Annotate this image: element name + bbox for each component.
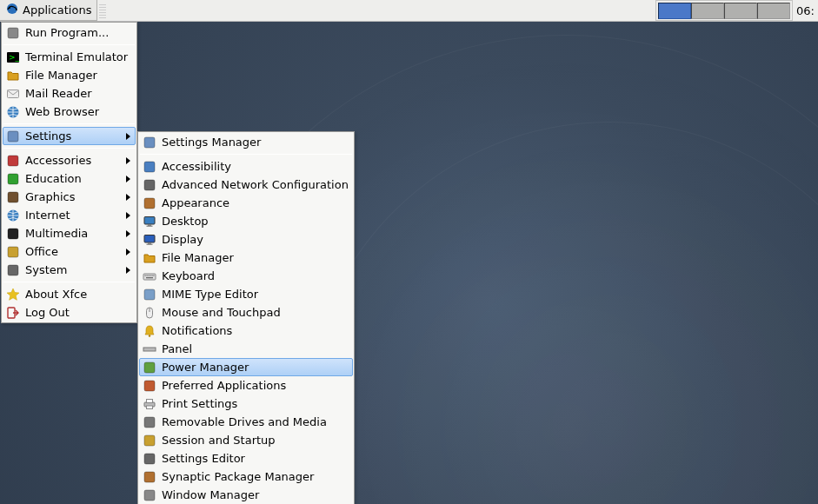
settings-menu-item-label: Print Settings	[162, 397, 349, 410]
apps-menu-item-system[interactable]: System	[3, 261, 136, 279]
apps-menu-item-office[interactable]: Office	[3, 242, 136, 261]
svg-rect-31	[152, 275, 153, 275]
apps-menu-item-mail[interactable]: Mail Reader	[3, 84, 136, 103]
accessories-icon	[6, 154, 20, 168]
settings-menu-item-label: Settings Manager	[162, 136, 349, 149]
svg-rect-26	[143, 274, 156, 280]
submenu-arrow-icon	[126, 212, 130, 219]
applications-menu: Run Program...>_Terminal EmulatorFile Ma…	[1, 22, 137, 323]
settings-menu-item-panel[interactable]: Panel	[139, 340, 353, 358]
settings-menu-item-label: MIME Type Editor	[162, 288, 349, 301]
apps-menu-item-logout[interactable]: Log Out	[3, 303, 136, 322]
applications-menu-label: Applications	[23, 3, 91, 17]
settings-menu-item-mime[interactable]: MIME Type Editor	[139, 285, 353, 303]
display-icon	[143, 233, 156, 247]
apps-menu-item-accessories[interactable]: Accessories	[3, 151, 136, 169]
clock[interactable]: 06:	[793, 0, 818, 21]
session-icon	[143, 434, 156, 448]
settings-menu-item-net[interactable]: Advanced Network Configuration	[139, 176, 353, 194]
removable-icon	[143, 415, 156, 429]
workspace-4[interactable]	[757, 3, 790, 19]
settings-category-icon	[6, 129, 20, 143]
settings-menu-item-synap[interactable]: Synaptic Package Manager	[139, 468, 353, 486]
settings-menu-item-label: Panel	[162, 342, 349, 355]
workspace-3[interactable]	[724, 3, 757, 19]
mouse-icon	[143, 306, 156, 320]
svg-rect-32	[153, 275, 154, 275]
window-manager-icon	[143, 488, 156, 502]
apps-menu-item-settings[interactable]: Settings	[3, 127, 136, 145]
svg-rect-9	[8, 174, 18, 184]
settings-menu-item-remov[interactable]: Removable Drives and Media	[139, 413, 353, 431]
settings-menu-item-appr[interactable]: Appearance	[139, 194, 353, 212]
svg-rect-21	[148, 224, 151, 225]
settings-menu-item-notif[interactable]: Notifications	[139, 322, 353, 340]
submenu-arrow-icon	[126, 133, 130, 140]
submenu-arrow-icon	[126, 176, 130, 182]
settings-menu-item-a11y[interactable]: Accessibility	[139, 157, 353, 176]
apps-menu-item-multimedia[interactable]: Multimedia	[3, 224, 136, 242]
workspace-switcher[interactable]	[655, 0, 793, 21]
apps-menu-item-run[interactable]: Run Program...	[3, 23, 136, 42]
apps-menu-item-terminal[interactable]: >_Terminal Emulator	[3, 48, 136, 66]
apps-menu-item-about[interactable]: About Xfce	[3, 285, 136, 303]
apps-menu-item-graphics[interactable]: Graphics	[3, 188, 136, 206]
svg-point-1	[9, 7, 10, 9]
apps-menu-item-label: Run Program...	[25, 26, 132, 39]
apps-menu-item-education[interactable]: Education	[3, 169, 136, 188]
svg-rect-27	[145, 275, 146, 275]
apps-menu-item-files[interactable]: File Manager	[3, 66, 136, 84]
multimedia-icon	[6, 227, 20, 241]
settings-menu-item-desk[interactable]: Desktop	[139, 212, 353, 230]
settings-menu-item-sm[interactable]: Settings Manager	[139, 133, 353, 151]
panel-handle[interactable]	[99, 3, 106, 18]
apps-menu-item-label: Terminal Emulator	[25, 50, 132, 63]
settings-submenu: Settings ManagerAccessibilityAdvanced Ne…	[137, 131, 355, 504]
svg-rect-25	[147, 243, 153, 244]
settings-manager-icon	[143, 136, 156, 149]
applications-menu-button[interactable]: Applications	[0, 0, 97, 21]
svg-rect-47	[144, 472, 155, 482]
settings-menu-item-fm2[interactable]: File Manager	[139, 249, 353, 267]
settings-editor-icon	[143, 452, 156, 466]
apps-menu-item-label: File Manager	[25, 69, 132, 82]
preferred-apps-icon	[143, 379, 156, 393]
settings-menu-item-sess[interactable]: Session and Startup	[139, 431, 353, 449]
settings-menu-item-disp[interactable]: Display	[139, 230, 353, 249]
apps-menu-item-label: Settings	[25, 129, 121, 143]
settings-menu-item-label: Power Manager	[162, 361, 349, 374]
svg-rect-14	[8, 265, 18, 275]
workspace-1[interactable]	[658, 3, 691, 19]
settings-menu-item-label: Accessibility	[162, 160, 349, 173]
settings-menu-item-label: Keyboard	[162, 269, 349, 282]
svg-rect-48	[144, 490, 155, 501]
svg-rect-30	[150, 275, 151, 275]
apps-menu-item-label: Multimedia	[25, 227, 121, 240]
apps-menu-item-label: Accessories	[25, 154, 121, 167]
apps-menu-item-label: Mail Reader	[25, 87, 132, 100]
settings-menu-item-power[interactable]: Power Manager	[139, 358, 353, 376]
settings-menu-item-print[interactable]: Print Settings	[139, 395, 353, 413]
top-panel: Applications 06:	[0, 0, 818, 22]
synaptic-icon	[143, 470, 156, 484]
submenu-arrow-icon	[126, 230, 130, 237]
mail-icon	[6, 87, 20, 101]
svg-rect-42	[147, 399, 153, 402]
svg-text:>_: >_	[9, 53, 20, 62]
settings-menu-item-mouse[interactable]: Mouse and Touchpad	[139, 303, 353, 322]
apps-menu-item-web[interactable]: Web Browser	[3, 103, 136, 121]
workspace-2[interactable]	[691, 3, 724, 19]
settings-menu-item-sedit[interactable]: Settings Editor	[139, 449, 353, 468]
internet-icon	[6, 209, 20, 222]
svg-rect-44	[144, 417, 155, 428]
settings-menu-item-label: Appearance	[162, 196, 349, 209]
settings-menu-item-wm[interactable]: Window Manager	[139, 486, 353, 504]
apps-menu-item-internet[interactable]: Internet	[3, 206, 136, 224]
network-icon	[143, 178, 156, 192]
submenu-arrow-icon	[126, 194, 130, 201]
settings-menu-item-pref[interactable]: Preferred Applications	[139, 376, 353, 395]
graphics-icon	[6, 190, 20, 204]
settings-menu-item-label: Session and Startup	[162, 434, 349, 447]
svg-rect-18	[144, 180, 155, 190]
settings-menu-item-kbd[interactable]: Keyboard	[139, 267, 353, 285]
